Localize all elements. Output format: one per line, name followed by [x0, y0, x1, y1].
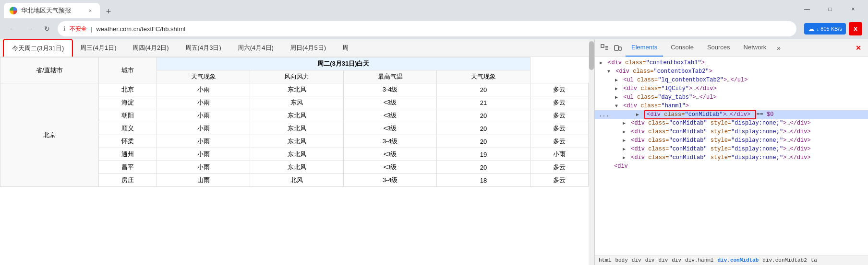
- bc-body[interactable]: body: [615, 257, 627, 263]
- table-cell: 东北风: [250, 122, 343, 135]
- weather-table: 省/直辖市 城市 周二(3月31日)白天 天气现象 风向风力 最高气温 天气现象…: [0, 57, 589, 187]
- main-area: 今天周二(3月31日) 周三(4月1日) 周四(4月2日) 周五(4月3日) 周…: [0, 39, 868, 265]
- dom-line[interactable]: ▼ <div class="hanml">: [595, 102, 868, 110]
- table-cell: 东北风: [250, 109, 343, 122]
- tab-title: 华北地区天气预报: [21, 6, 71, 15]
- address-separator: |: [91, 25, 92, 33]
- dom-line-highlighted[interactable]: ... ▶ <div class="conMidtab">…</div> == …: [595, 110, 868, 119]
- tab-thu[interactable]: 周四(4月2日): [124, 39, 177, 57]
- bc-conmidtab[interactable]: div.conMidtab: [717, 257, 759, 263]
- tab-week[interactable]: 周: [334, 39, 357, 57]
- bc-html[interactable]: html: [599, 257, 611, 263]
- bc-div3[interactable]: div: [658, 257, 668, 263]
- table-cell: 通州: [98, 148, 157, 161]
- forward-btn[interactable]: →: [23, 22, 36, 35]
- device-toggle-btn[interactable]: [612, 42, 624, 54]
- table-cell: 多云: [530, 135, 588, 148]
- bc-conmidtab2[interactable]: div.conMidtab2: [762, 257, 807, 263]
- col-temp: 最高气温: [343, 70, 436, 83]
- svg-rect-4: [615, 46, 618, 50]
- col-weather1: 天气现象: [157, 70, 250, 83]
- dom-line[interactable]: ▶ <div class="contentboxTab1">: [595, 58, 868, 67]
- bc-ta[interactable]: ta: [811, 257, 817, 263]
- tab-today[interactable]: 今天周二(3月31日): [4, 40, 72, 57]
- table-cell: 北京: [98, 83, 157, 96]
- scroll-thumb[interactable]: [589, 41, 594, 70]
- minimize-btn[interactable]: —: [796, 1, 818, 17]
- dt-close-btn[interactable]: ✕: [853, 42, 864, 54]
- dt-tab-network[interactable]: Network: [738, 39, 772, 57]
- address-input[interactable]: ℹ 不安全 | weather.com.cn/textFC/hb.shtml: [58, 21, 796, 36]
- x-extension-btn[interactable]: X: [849, 22, 862, 35]
- dom-line[interactable]: ▶ <ul class="day_tabs">…</ul>: [595, 93, 868, 102]
- tab-sun[interactable]: 周日(4月5日): [282, 39, 334, 57]
- province-cell: 北京: [0, 83, 99, 187]
- table-cell: <3级: [343, 122, 436, 135]
- tab-fri[interactable]: 周五(4月3日): [177, 39, 229, 57]
- table-cell: 小雨: [157, 161, 250, 174]
- dom-line[interactable]: ▶ <div class="conMidtab" style="display:…: [595, 153, 868, 162]
- tab-wed[interactable]: 周三(4月1日): [72, 39, 124, 57]
- table-cell: 20: [437, 161, 530, 174]
- extension-btn[interactable]: ☁ ↓ 805 KB/s: [804, 23, 846, 35]
- table-cell: 东北风: [250, 135, 343, 148]
- table-cell: 20: [437, 135, 530, 148]
- dt-tab-console[interactable]: Console: [665, 39, 699, 57]
- table-cell: 多云: [530, 96, 588, 109]
- col-weather2: 天气现象: [437, 70, 530, 83]
- scrollbar[interactable]: [589, 39, 594, 265]
- extension-area: ☁ ↓ 805 KB/s X: [804, 22, 862, 35]
- dt-tab-sources[interactable]: Sources: [701, 39, 736, 57]
- tab-sat[interactable]: 周六(4月4日): [229, 39, 282, 57]
- bc-div4[interactable]: div: [672, 257, 681, 263]
- table-cell: 昌平: [98, 161, 157, 174]
- table-cell: 小雨: [157, 83, 250, 96]
- tab-close-btn[interactable]: ×: [86, 7, 94, 14]
- tab-favicon: [10, 7, 17, 14]
- inspect-element-btn[interactable]: [599, 42, 610, 54]
- new-tab-btn[interactable]: +: [102, 5, 115, 18]
- table-cell: 多云: [530, 122, 588, 135]
- table-cell: 东北风: [250, 148, 343, 161]
- dom-line[interactable]: ▶ <div class="lQCity">…</div>: [595, 84, 868, 93]
- table-row: 北京北京小雨东北风3-4级20多云: [0, 83, 589, 96]
- dt-tab-elements[interactable]: Elements: [626, 39, 663, 57]
- table-cell: 小雨: [157, 148, 250, 161]
- table-cell: 海淀: [98, 96, 157, 109]
- dom-line[interactable]: ▶ <ul class="lq_contentboxTab2">…</ul>: [595, 76, 868, 84]
- table-cell: 3-4级: [343, 135, 436, 148]
- dom-line[interactable]: ▼ <div class="contentboxTab2">: [595, 67, 868, 76]
- dom-line[interactable]: ▶ <div class="conMidtab" style="display:…: [595, 127, 868, 136]
- maximize-btn[interactable]: □: [819, 1, 841, 17]
- table-cell: 东北风: [250, 161, 343, 174]
- close-btn[interactable]: ×: [842, 1, 864, 17]
- table-cell: 多云: [530, 161, 588, 174]
- dom-line[interactable]: ▶ <div class="conMidtab" style="display:…: [595, 136, 868, 145]
- dt-more-tabs-btn[interactable]: »: [774, 44, 784, 52]
- window-controls: — □ ×: [796, 1, 864, 17]
- table-cell: <3级: [343, 148, 436, 161]
- active-tab[interactable]: 华北地区天气预报 ×: [4, 3, 100, 18]
- dom-tree: ▶ <div class="contentboxTab1"> ▼ <div cl…: [595, 57, 868, 255]
- table-cell: 小雨: [530, 148, 588, 161]
- weather-content: 省/直辖市 城市 周二(3月31日)白天 天气现象 风向风力 最高气温 天气现象…: [0, 57, 589, 265]
- table-cell: 房庄: [98, 174, 157, 187]
- ext-icon: ☁: [808, 25, 815, 33]
- dom-line[interactable]: <div: [595, 162, 868, 171]
- bc-div2[interactable]: div: [645, 257, 655, 263]
- dom-line[interactable]: ▶ <div class="conMidtab" style="display:…: [595, 119, 868, 127]
- dt-breadcrumb: html body div div div div div.hanml div.…: [595, 255, 868, 265]
- table-cell: 20: [437, 83, 530, 96]
- bc-div1[interactable]: div: [632, 257, 641, 263]
- webpage: 今天周二(3月31日) 周三(4月1日) 周四(4月2日) 周五(4月3日) 周…: [0, 39, 589, 265]
- bc-hanml[interactable]: div.hanml: [685, 257, 713, 263]
- col-city: 城市: [98, 58, 157, 83]
- refresh-btn[interactable]: ↻: [40, 22, 54, 35]
- table-cell: 20: [437, 122, 530, 135]
- back-btn[interactable]: ←: [6, 22, 19, 35]
- table-cell: 21: [437, 96, 530, 109]
- dom-line[interactable]: ▶ <div class="conMidtab" style="display:…: [595, 145, 868, 153]
- address-bar: ← → ↻ ℹ 不安全 | weather.com.cn/textFC/hb.s…: [0, 18, 868, 39]
- table-cell: 东北风: [250, 83, 343, 96]
- table-cell: 20: [437, 109, 530, 122]
